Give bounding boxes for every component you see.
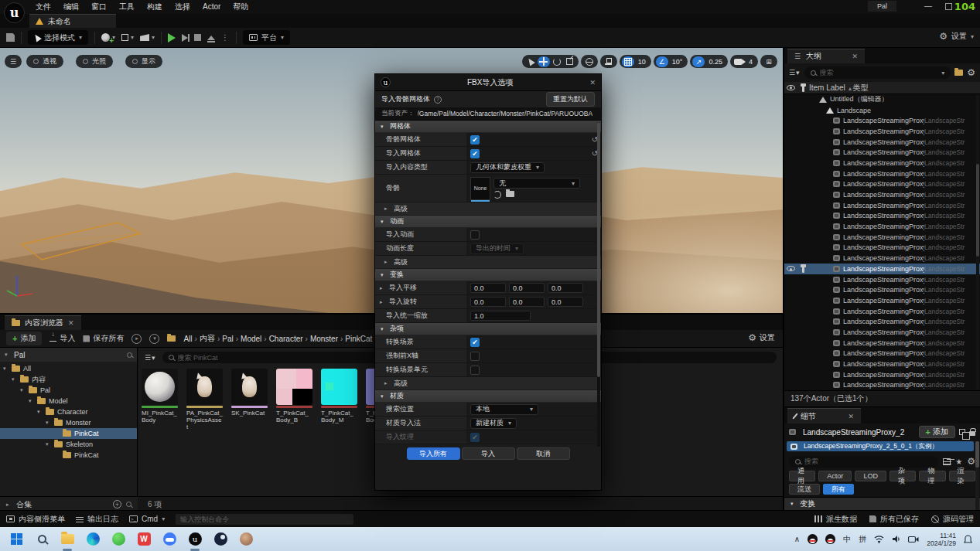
outliner-row[interactable]: LandscapeStreamingProxy_ LandscapeStr bbox=[784, 327, 980, 338]
cloud-drive-button[interactable] bbox=[161, 531, 178, 548]
eye-icon[interactable] bbox=[787, 266, 795, 271]
lock-icon[interactable] bbox=[969, 431, 975, 436]
all-saved-button[interactable]: 所有已保存 bbox=[869, 514, 919, 525]
rotation-y-input[interactable] bbox=[509, 297, 545, 307]
section-transform[interactable]: ▾变换 bbox=[375, 269, 601, 281]
folder-tree-item[interactable]: ▾ Skeleton bbox=[0, 439, 137, 450]
section-material[interactable]: ▾材质 bbox=[375, 390, 601, 403]
reset-to-default-button[interactable]: 重置为默认 bbox=[546, 92, 595, 107]
output-log-button[interactable]: 输出日志 bbox=[76, 514, 118, 525]
outliner-row[interactable]: LandscapeStreamingProxy_ LandscapeStr bbox=[784, 147, 980, 158]
console-command-input[interactable] bbox=[180, 515, 349, 523]
add-component-button[interactable]: +添加 bbox=[919, 426, 955, 438]
add-button[interactable]: +添加 bbox=[6, 332, 42, 345]
outliner-scrollbar[interactable] bbox=[976, 94, 979, 390]
asset-tile[interactable]: PA_PinkCat_PhysicsAsset bbox=[186, 369, 223, 430]
outliner-row[interactable]: LandscapeStreamingProxy_ LandscapeStr bbox=[784, 253, 980, 264]
sources-header[interactable]: ▾ Pal bbox=[0, 348, 137, 362]
menu-item[interactable]: 编辑 bbox=[57, 2, 85, 11]
asset-tile[interactable]: T_PinkCat_Body_B bbox=[276, 369, 312, 430]
filter-icon[interactable]: ☰▾ bbox=[145, 354, 156, 362]
viewport-lit-button[interactable]: 光照 bbox=[76, 55, 113, 68]
app-green-button[interactable] bbox=[110, 531, 127, 548]
breadcrumb-item[interactable]: Monster bbox=[310, 335, 338, 343]
scale-snap-value[interactable]: 0.25 bbox=[705, 58, 726, 66]
camera-speed-value[interactable]: 4 bbox=[746, 58, 756, 66]
filter-chip[interactable]: 杂项 bbox=[890, 471, 916, 481]
filter-chip[interactable]: 流送 bbox=[789, 484, 820, 495]
world-coordinate-button[interactable] bbox=[583, 56, 596, 67]
play-options-icon[interactable]: ⋮ bbox=[221, 33, 230, 42]
favorites-icon[interactable]: ★ bbox=[955, 457, 962, 466]
display-mode-icon[interactable] bbox=[943, 458, 951, 465]
outliner-row[interactable]: LandscapeStreamingProxy_ LandscapeStr bbox=[784, 284, 980, 295]
menu-item[interactable]: 帮助 bbox=[227, 2, 254, 11]
outliner-row[interactable]: LandscapeStreamingProxy_ LandscapeStr bbox=[784, 274, 980, 285]
taskbar-search-button[interactable] bbox=[33, 531, 50, 548]
dialog-title-bar[interactable]: u FBX导入选项 ✕ bbox=[375, 74, 601, 91]
rotation-x-input[interactable] bbox=[470, 297, 506, 307]
grid-snap-button[interactable] bbox=[622, 56, 634, 67]
section-animation[interactable]: ▾动画 bbox=[375, 216, 601, 228]
surface-snapping-button[interactable] bbox=[603, 56, 615, 67]
browse-to-asset-icon[interactable] bbox=[506, 191, 514, 197]
scale-snap-button[interactable]: ↗ bbox=[692, 56, 705, 67]
select-tool-button[interactable] bbox=[524, 56, 537, 67]
folder-tree-item[interactable]: ▾ Character bbox=[0, 406, 137, 417]
section-misc[interactable]: ▾杂项 bbox=[375, 323, 601, 335]
skeleton-thumbnail[interactable]: None bbox=[470, 177, 490, 200]
transform-section-header[interactable]: ▾ 变换 bbox=[784, 497, 980, 510]
folder-tree-item[interactable]: ▾ Pal bbox=[0, 385, 137, 396]
filter-chip[interactable]: Actor bbox=[818, 471, 852, 481]
wps-button[interactable]: W bbox=[135, 531, 152, 548]
video-device-icon[interactable] bbox=[908, 536, 919, 543]
import-mesh-checkbox[interactable]: ✔ bbox=[470, 149, 480, 158]
outliner-row[interactable]: LandscapeStreamingProxy_ LandscapeStr bbox=[784, 126, 980, 137]
outliner-row[interactable]: LandscapeStreamingProxy_ LandscapeStr bbox=[784, 221, 980, 232]
expand-icon[interactable]: ▸ bbox=[380, 285, 386, 291]
details-settings-icon[interactable]: ⚙ bbox=[967, 457, 975, 466]
wifi-icon[interactable] bbox=[874, 535, 884, 543]
expand-icon[interactable]: ▸ bbox=[380, 299, 386, 305]
details-search[interactable] bbox=[789, 456, 938, 468]
help-icon[interactable]: ? bbox=[434, 96, 442, 104]
details-tab[interactable]: 细节 ✕ bbox=[787, 408, 861, 423]
search-collections-icon[interactable] bbox=[126, 502, 131, 507]
folder-tree-item[interactable]: ▾ Model bbox=[0, 396, 137, 406]
translation-x-input[interactable] bbox=[470, 283, 506, 293]
stop-button[interactable] bbox=[194, 34, 201, 41]
close-icon[interactable]: ✕ bbox=[852, 53, 858, 60]
content-drawer-button[interactable]: 内容侧滑菜单 bbox=[6, 514, 65, 525]
collections-bar[interactable]: ▸ 合集 + bbox=[0, 496, 138, 512]
section-mesh[interactable]: ▾网格体 bbox=[375, 121, 601, 133]
folder-tree-item[interactable]: PinkCat bbox=[0, 428, 137, 439]
derived-data-button[interactable]: 派生数据 bbox=[814, 514, 857, 525]
outliner-row[interactable]: LandscapeStreamingProxy_ LandscapeStr bbox=[784, 369, 980, 380]
pin-icon[interactable] bbox=[802, 267, 804, 273]
outliner-tab[interactable]: ☰ 大纲 ✕ bbox=[787, 49, 865, 63]
outliner-row[interactable]: LandscapeStreamingProxy_ LandscapeStr bbox=[784, 264, 980, 274]
viewport-show-button[interactable]: 显示 bbox=[125, 55, 162, 68]
column-item-label[interactable]: Item Label ▲ bbox=[809, 83, 852, 92]
filter-chip[interactable]: 渲染 bbox=[949, 471, 975, 481]
asset-tile[interactable]: MI_PinkCat_Body bbox=[142, 369, 178, 430]
save-all-button[interactable]: 保存所有 bbox=[83, 333, 124, 344]
advanced-expander[interactable]: ▸高级 bbox=[375, 202, 601, 216]
outliner-row[interactable]: LandscapeStreamingProxy_ LandscapeStr bbox=[784, 232, 980, 243]
outliner-row[interactable]: LandscapeStreamingProxy_ LandscapeStr bbox=[784, 168, 980, 179]
folder-tree-item[interactable]: ▾ Monster bbox=[0, 417, 137, 428]
import-content-type-dropdown[interactable]: 几何体和蒙皮权重▾ bbox=[470, 162, 545, 173]
outliner-row[interactable]: LandscapeStreamingProxy_ LandscapeStr bbox=[784, 189, 980, 200]
translate-tool-button[interactable] bbox=[538, 56, 550, 67]
menu-item[interactable]: 文件 bbox=[29, 2, 57, 11]
breadcrumb-item[interactable]: Character bbox=[269, 335, 303, 343]
close-icon[interactable]: ✕ bbox=[589, 79, 596, 87]
close-icon[interactable]: ✕ bbox=[68, 319, 74, 327]
outliner-row[interactable]: LandscapeStreamingProxy_ LandscapeStr bbox=[784, 243, 980, 253]
menu-item[interactable]: Actor bbox=[196, 2, 227, 11]
select-mode-dropdown[interactable]: 选择模式 ▾ bbox=[28, 30, 88, 45]
grid-snap-value[interactable]: 10 bbox=[635, 58, 649, 66]
outliner-row[interactable]: LandscapeStreamingProxy_ LandscapeStr bbox=[784, 306, 980, 317]
viewport-menu-button[interactable]: ☰ bbox=[5, 55, 22, 68]
pin-icon[interactable] bbox=[802, 86, 804, 92]
